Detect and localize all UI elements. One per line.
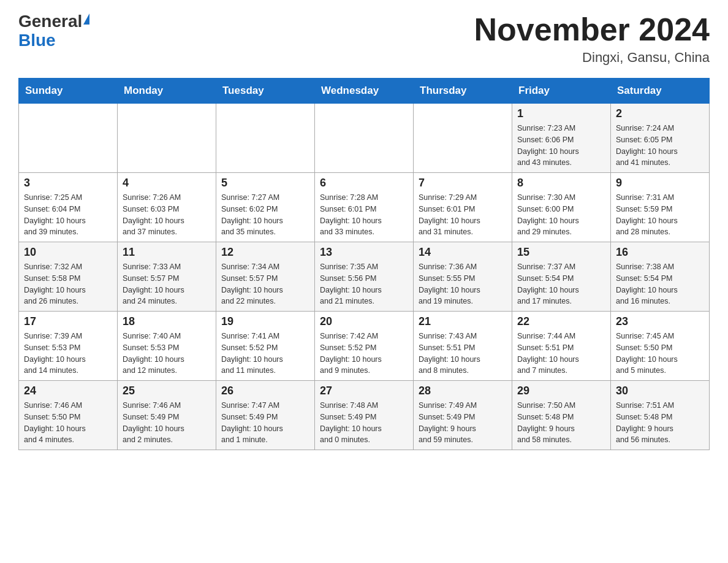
day-info: Sunrise: 7:24 AM Sunset: 6:05 PM Dayligh… <box>616 123 704 169</box>
day-info: Sunrise: 7:39 AM Sunset: 5:53 PM Dayligh… <box>24 331 112 377</box>
day-number: 6 <box>320 177 408 190</box>
day-info: Sunrise: 7:28 AM Sunset: 6:01 PM Dayligh… <box>320 192 408 238</box>
calendar-cell: 20Sunrise: 7:42 AM Sunset: 5:52 PM Dayli… <box>315 312 414 381</box>
day-info: Sunrise: 7:48 AM Sunset: 5:49 PM Dayligh… <box>320 400 408 446</box>
calendar-cell: 21Sunrise: 7:43 AM Sunset: 5:51 PM Dayli… <box>414 312 512 381</box>
calendar-week-row: 10Sunrise: 7:32 AM Sunset: 5:58 PM Dayli… <box>19 242 710 312</box>
calendar-cell: 13Sunrise: 7:35 AM Sunset: 5:56 PM Dayli… <box>315 242 414 312</box>
day-number: 8 <box>517 177 605 190</box>
day-info: Sunrise: 7:26 AM Sunset: 6:03 PM Dayligh… <box>123 192 211 238</box>
calendar-cell: 9Sunrise: 7:31 AM Sunset: 5:59 PM Daylig… <box>611 173 710 242</box>
day-info: Sunrise: 7:43 AM Sunset: 5:51 PM Dayligh… <box>419 331 507 377</box>
day-number: 18 <box>123 315 211 328</box>
weekday-header-thursday: Thursday <box>414 79 512 104</box>
calendar-cell <box>19 104 118 173</box>
day-info: Sunrise: 7:49 AM Sunset: 5:49 PM Dayligh… <box>419 400 507 446</box>
calendar-week-row: 24Sunrise: 7:46 AM Sunset: 5:50 PM Dayli… <box>19 381 710 450</box>
day-number: 11 <box>123 246 211 259</box>
calendar-cell: 19Sunrise: 7:41 AM Sunset: 5:52 PM Dayli… <box>216 312 315 381</box>
calendar-cell: 1Sunrise: 7:23 AM Sunset: 6:06 PM Daylig… <box>512 104 611 173</box>
calendar-cell: 30Sunrise: 7:51 AM Sunset: 5:48 PM Dayli… <box>611 381 710 450</box>
day-number: 16 <box>616 246 704 259</box>
weekday-header-row: SundayMondayTuesdayWednesdayThursdayFrid… <box>19 79 710 104</box>
calendar-cell: 26Sunrise: 7:47 AM Sunset: 5:49 PM Dayli… <box>216 381 315 450</box>
day-number: 2 <box>616 107 704 120</box>
day-number: 10 <box>24 246 112 259</box>
calendar-cell <box>315 104 414 173</box>
day-info: Sunrise: 7:50 AM Sunset: 5:48 PM Dayligh… <box>517 400 605 446</box>
calendar-cell: 2Sunrise: 7:24 AM Sunset: 6:05 PM Daylig… <box>611 104 710 173</box>
calendar-cell: 8Sunrise: 7:30 AM Sunset: 6:00 PM Daylig… <box>512 173 611 242</box>
day-number: 4 <box>123 177 211 190</box>
month-title: November 2024 <box>474 12 710 47</box>
title-area: November 2024 Dingxi, Gansu, China <box>474 12 710 66</box>
day-info: Sunrise: 7:33 AM Sunset: 5:57 PM Dayligh… <box>123 261 211 307</box>
day-number: 15 <box>517 246 605 259</box>
calendar-cell: 10Sunrise: 7:32 AM Sunset: 5:58 PM Dayli… <box>19 242 118 312</box>
day-number: 23 <box>616 315 704 328</box>
day-number: 27 <box>320 385 408 397</box>
day-number: 9 <box>616 177 704 190</box>
logo: General Blue <box>18 12 89 50</box>
day-number: 7 <box>419 177 507 190</box>
calendar-cell: 7Sunrise: 7:29 AM Sunset: 6:01 PM Daylig… <box>414 173 512 242</box>
day-number: 22 <box>517 315 605 328</box>
weekday-header-sunday: Sunday <box>19 79 118 104</box>
calendar-cell <box>118 104 216 173</box>
calendar-cell: 22Sunrise: 7:44 AM Sunset: 5:51 PM Dayli… <box>512 312 611 381</box>
calendar-cell: 25Sunrise: 7:46 AM Sunset: 5:49 PM Dayli… <box>118 381 216 450</box>
weekday-header-monday: Monday <box>118 79 216 104</box>
calendar-week-row: 3Sunrise: 7:25 AM Sunset: 6:04 PM Daylig… <box>19 173 710 242</box>
day-info: Sunrise: 7:38 AM Sunset: 5:54 PM Dayligh… <box>616 261 704 307</box>
day-number: 30 <box>616 385 704 397</box>
day-info: Sunrise: 7:34 AM Sunset: 5:57 PM Dayligh… <box>221 261 309 307</box>
calendar-cell: 27Sunrise: 7:48 AM Sunset: 5:49 PM Dayli… <box>315 381 414 450</box>
logo-blue-text: Blue <box>18 31 56 50</box>
calendar-cell: 24Sunrise: 7:46 AM Sunset: 5:50 PM Dayli… <box>19 381 118 450</box>
day-info: Sunrise: 7:40 AM Sunset: 5:53 PM Dayligh… <box>123 331 211 377</box>
day-number: 25 <box>123 385 211 397</box>
calendar-cell: 11Sunrise: 7:33 AM Sunset: 5:57 PM Dayli… <box>118 242 216 312</box>
day-info: Sunrise: 7:30 AM Sunset: 6:00 PM Dayligh… <box>517 192 605 238</box>
day-info: Sunrise: 7:36 AM Sunset: 5:55 PM Dayligh… <box>419 261 507 307</box>
calendar-cell: 23Sunrise: 7:45 AM Sunset: 5:50 PM Dayli… <box>611 312 710 381</box>
calendar-cell: 14Sunrise: 7:36 AM Sunset: 5:55 PM Dayli… <box>414 242 512 312</box>
calendar-cell <box>216 104 315 173</box>
day-number: 29 <box>517 385 605 397</box>
calendar-cell: 28Sunrise: 7:49 AM Sunset: 5:49 PM Dayli… <box>414 381 512 450</box>
day-number: 17 <box>24 315 112 328</box>
day-info: Sunrise: 7:41 AM Sunset: 5:52 PM Dayligh… <box>221 331 309 377</box>
day-number: 14 <box>419 246 507 259</box>
calendar-cell: 3Sunrise: 7:25 AM Sunset: 6:04 PM Daylig… <box>19 173 118 242</box>
logo-triangle-icon <box>83 13 89 25</box>
day-number: 21 <box>419 315 507 328</box>
calendar-cell: 18Sunrise: 7:40 AM Sunset: 5:53 PM Dayli… <box>118 312 216 381</box>
calendar-cell <box>414 104 512 173</box>
calendar-cell: 17Sunrise: 7:39 AM Sunset: 5:53 PM Dayli… <box>19 312 118 381</box>
day-info: Sunrise: 7:32 AM Sunset: 5:58 PM Dayligh… <box>24 261 112 307</box>
day-number: 19 <box>221 315 309 328</box>
day-info: Sunrise: 7:47 AM Sunset: 5:49 PM Dayligh… <box>221 400 309 446</box>
calendar-cell: 12Sunrise: 7:34 AM Sunset: 5:57 PM Dayli… <box>216 242 315 312</box>
day-number: 26 <box>221 385 309 397</box>
day-number: 13 <box>320 246 408 259</box>
calendar-cell: 16Sunrise: 7:38 AM Sunset: 5:54 PM Dayli… <box>611 242 710 312</box>
calendar-week-row: 17Sunrise: 7:39 AM Sunset: 5:53 PM Dayli… <box>19 312 710 381</box>
weekday-header-saturday: Saturday <box>611 79 710 104</box>
calendar-cell: 4Sunrise: 7:26 AM Sunset: 6:03 PM Daylig… <box>118 173 216 242</box>
calendar-cell: 15Sunrise: 7:37 AM Sunset: 5:54 PM Dayli… <box>512 242 611 312</box>
calendar-cell: 6Sunrise: 7:28 AM Sunset: 6:01 PM Daylig… <box>315 173 414 242</box>
weekday-header-friday: Friday <box>512 79 611 104</box>
page-header: General Blue November 2024 Dingxi, Gansu… <box>18 12 710 66</box>
weekday-header-tuesday: Tuesday <box>216 79 315 104</box>
day-info: Sunrise: 7:23 AM Sunset: 6:06 PM Dayligh… <box>517 123 605 169</box>
location-title: Dingxi, Gansu, China <box>474 50 710 66</box>
day-number: 5 <box>221 177 309 190</box>
weekday-header-wednesday: Wednesday <box>315 79 414 104</box>
day-number: 12 <box>221 246 309 259</box>
day-info: Sunrise: 7:45 AM Sunset: 5:50 PM Dayligh… <box>616 331 704 377</box>
day-info: Sunrise: 7:27 AM Sunset: 6:02 PM Dayligh… <box>221 192 309 238</box>
day-number: 20 <box>320 315 408 328</box>
day-info: Sunrise: 7:42 AM Sunset: 5:52 PM Dayligh… <box>320 331 408 377</box>
day-info: Sunrise: 7:37 AM Sunset: 5:54 PM Dayligh… <box>517 261 605 307</box>
